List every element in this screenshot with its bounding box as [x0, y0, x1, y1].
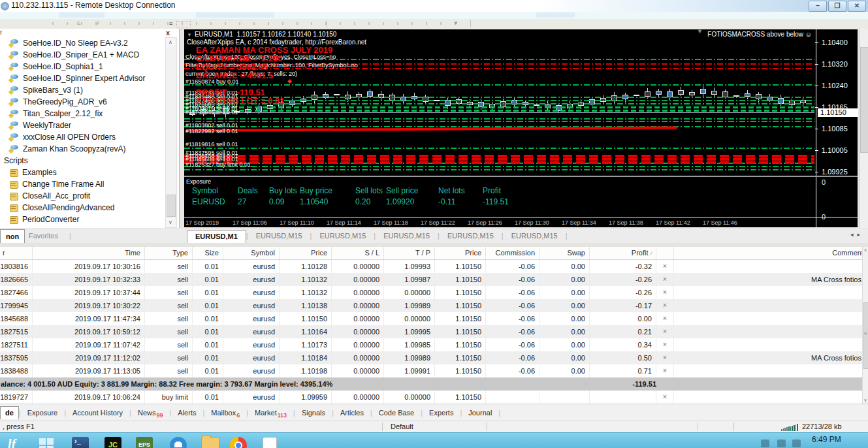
chart-tab[interactable]: EURUSD,M15: [248, 232, 310, 240]
navigator-expert-item[interactable]: SpikeBars_v3 (1): [0, 84, 165, 96]
column-header[interactable]: Price: [435, 247, 486, 259]
start-icon[interactable]: [38, 437, 55, 448]
navigator-script-item[interactable]: Examples: [0, 167, 165, 178]
navigator-expert-item[interactable]: WeeklyTrader: [0, 120, 165, 131]
tab-market[interactable]: Market113: [248, 409, 293, 417]
navigator-script-item[interactable]: PeriodConverter: [0, 214, 165, 225]
restore-button[interactable]: ❐: [828, 1, 846, 12]
folder-icon[interactable]: [201, 437, 219, 448]
chart-tab[interactable]: EURUSD,M15: [312, 232, 374, 240]
chart-tab[interactable]: EURUSD,M15: [440, 232, 502, 240]
scrollbar-thumb[interactable]: [167, 195, 176, 217]
chart-scrollbar[interactable]: [859, 29, 868, 228]
navigator-script-item[interactable]: Change Time Frame All: [0, 178, 165, 190]
table-row[interactable]: 18038162019.09.17 10:30:16sell0.01eurusd…: [0, 260, 868, 273]
navigator-expert-item[interactable]: Zaman Khan Scoopyza(revA): [0, 143, 165, 155]
table-row[interactable]: 18275112019.09.17 11:07:42sell0.01eurusd…: [0, 338, 868, 351]
column-header[interactable]: Profit⁄: [590, 247, 656, 259]
chart-tab[interactable]: EURUSD,M15: [376, 232, 438, 240]
tab-experts[interactable]: Experts: [423, 409, 460, 417]
tab-exposure[interactable]: Exposure: [21, 409, 64, 417]
tab-journal[interactable]: Journal: [462, 409, 498, 417]
pending-order-row[interactable]: 18197272019.09.17 10:06:24buy limit0.01e…: [0, 391, 868, 404]
tab-news[interactable]: News99: [131, 409, 170, 417]
trade-table-header[interactable]: rTimeTypeSizeSymbolPriceS / LT / PPriceC…: [0, 247, 868, 260]
tab-code-base[interactable]: Code Base: [372, 409, 421, 417]
chart-tab-active[interactable]: EURUSD,M1: [187, 230, 246, 243]
column-header[interactable]: T / P: [384, 247, 435, 259]
scroll-up-icon[interactable]: ∧: [863, 248, 868, 253]
navigator-expert-item[interactable]: SoeHoe.ID_No Sleep EA-v3.2: [0, 37, 165, 49]
column-header[interactable]: r: [0, 247, 33, 259]
column-header[interactable]: Price: [280, 247, 332, 259]
powershell-icon[interactable]: ›_: [72, 437, 89, 448]
table-row[interactable]: 18274662019.09.17 10:37:44sell0.01eurusd…: [0, 286, 868, 299]
navigator-tab-favorites[interactable]: Favorites: [29, 229, 58, 242]
navigator-scrollbar[interactable]: ∧ ∨: [165, 37, 177, 228]
column-header[interactable]: Size: [193, 247, 223, 259]
navigator-scripts-header[interactable]: Scripts: [0, 155, 165, 167]
tab-account-history[interactable]: Account History: [66, 409, 129, 417]
tray-network-icon[interactable]: [777, 440, 786, 447]
tray-keyboard-icon[interactable]: [761, 440, 769, 447]
scroll-down-icon[interactable]: ∨: [863, 398, 868, 403]
scroll-down-icon[interactable]: ∨: [166, 218, 175, 227]
subwindow-separator[interactable]: [184, 176, 858, 177]
taskbar-clock[interactable]: 6:49 PM: [812, 435, 841, 444]
profile-name[interactable]: Default: [391, 423, 413, 430]
chart-tab[interactable]: EURUSD,M15: [504, 232, 566, 240]
tray-speaker-icon[interactable]: [792, 440, 801, 447]
navigator-expert-item[interactable]: SoeHoe.ID_Sophia1_1: [0, 61, 165, 72]
navigator-script-item[interactable]: CloseAllPendingAdvanced: [0, 202, 165, 214]
navigator-expert-item[interactable]: SoeHoe.ID_Sniper_EA1 + MACD: [0, 49, 165, 61]
close-order-button[interactable]: ×: [656, 286, 674, 299]
tab-scroll-arrows[interactable]: ◂▸: [850, 231, 864, 238]
tab-mailbox[interactable]: Mailbox6: [204, 409, 246, 417]
close-order-button[interactable]: ×: [656, 338, 674, 351]
column-header[interactable]: Comment: [674, 247, 868, 259]
column-header[interactable]: Commission: [486, 247, 539, 259]
document-icon[interactable]: [263, 437, 277, 448]
scrollbar-thumb[interactable]: [863, 302, 868, 369]
eps-app-icon[interactable]: EPS: [136, 437, 153, 448]
close-button[interactable]: ✕: [848, 1, 866, 12]
navigator-expert-item[interactable]: SoeHoe.ID_Spinner Expert Advisor: [0, 72, 165, 84]
tab-articles[interactable]: Articles: [334, 409, 370, 417]
close-order-button[interactable]: ×: [656, 391, 674, 404]
column-header[interactable]: Time: [33, 247, 145, 259]
viewer-icon[interactable]: [170, 437, 187, 448]
scrollbar-thumb[interactable]: [860, 47, 868, 153]
column-header[interactable]: Symbol: [223, 247, 280, 259]
navigator-tab-common[interactable]: non: [0, 229, 25, 243]
table-row[interactable]: 18266652019.09.17 10:32:33sell0.01eurusd…: [0, 273, 868, 286]
close-order-button[interactable]: ×: [656, 351, 674, 364]
column-header[interactable]: [656, 247, 674, 259]
mt-logo-icon[interactable]: lf: [8, 437, 25, 448]
navigator-expert-item[interactable]: xxxClose All OPEN Orders: [0, 131, 165, 143]
close-order-button[interactable]: ×: [656, 325, 674, 338]
navigator-script-item[interactable]: CloseAll_Acc_profit: [0, 190, 165, 202]
close-order-button[interactable]: ×: [656, 299, 674, 312]
table-row[interactable]: 18384882019.09.17 11:13:05sell0.01eurusd…: [0, 364, 868, 377]
column-header[interactable]: Type: [145, 247, 193, 259]
navigator-expert-item[interactable]: TheGreedyPig_ADR_v6: [0, 96, 165, 108]
tab-trade[interactable]: de: [0, 406, 19, 419]
table-row[interactable]: 18275152019.09.17 10:59:12sell0.01eurusd…: [0, 325, 868, 338]
table-row[interactable]: 18375952019.09.17 11:12:02sell0.01eurusd…: [0, 351, 868, 364]
jc-app-icon[interactable]: JC: [104, 437, 121, 448]
column-header[interactable]: S / L: [332, 247, 384, 259]
tab-alerts[interactable]: Alerts: [171, 409, 202, 417]
minimize-button[interactable]: –: [809, 1, 827, 12]
chrome-icon[interactable]: [230, 437, 247, 448]
close-order-button[interactable]: ×: [656, 273, 674, 286]
table-row[interactable]: 18456882019.09.17 11:47:34sell0.01eurusd…: [0, 312, 868, 325]
column-header[interactable]: Swap: [539, 247, 590, 259]
close-order-button[interactable]: ×: [656, 260, 674, 273]
navigator-expert-item[interactable]: Titan_Scalper_2.12_fix: [0, 108, 165, 120]
table-row[interactable]: 17999452019.09.17 10:30:22sell0.01eurusd…: [0, 299, 868, 312]
tab-signals[interactable]: Signals: [295, 409, 332, 417]
close-order-button[interactable]: ×: [656, 312, 674, 325]
close-order-button[interactable]: ×: [656, 364, 674, 377]
navigator-close-icon[interactable]: x: [166, 29, 170, 37]
scroll-up-icon[interactable]: ∧: [166, 38, 175, 47]
